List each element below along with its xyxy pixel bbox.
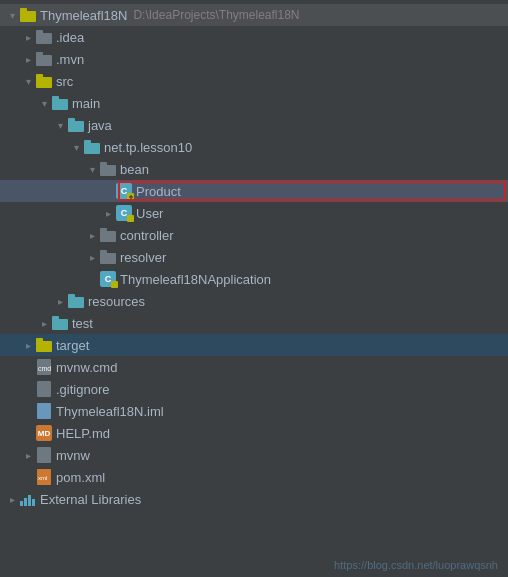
controller-label: controller [120,228,173,243]
svg-rect-0 [20,11,36,22]
tree-row-java[interactable]: java [0,114,508,136]
tree-row-bean[interactable]: bean [0,158,508,180]
arrow-root [4,7,20,23]
folder-icon-java [68,117,84,133]
file-icon-pom: xml [36,469,52,485]
badge-product [127,193,134,200]
tree-row-product[interactable]: C Product [0,180,508,202]
pom-label: pom.xml [56,470,105,485]
tree-row-main[interactable]: main [0,92,508,114]
arrow-mvnwcmd [20,359,36,375]
watermark: https://blog.csdn.net/luoprawqsnh [334,559,498,571]
svg-rect-8 [52,99,68,110]
tree-row-user[interactable]: C User [0,202,508,224]
bean-label: bean [120,162,149,177]
file-icon-iml [36,403,52,419]
tree-row-mvnw[interactable]: mvnw [0,444,508,466]
tree-row-mvn[interactable]: .mvn [0,48,508,70]
tree-row-iml[interactable]: Thymeleafl18N.iml [0,400,508,422]
arrow-idea [20,29,36,45]
target-label: target [56,338,89,353]
file-icon-mvnw [36,447,52,463]
tree-row-target[interactable]: target [0,334,508,356]
class-icon-user: C [116,205,132,221]
svg-rect-13 [84,140,91,144]
folder-icon-root [20,7,36,23]
svg-rect-18 [100,231,116,242]
file-icon-mvnwcmd: cmd [36,359,52,375]
main-label: main [72,96,100,111]
class-icon-product: C [116,183,132,199]
tree-row-extlibs[interactable]: External Libraries [0,488,508,510]
svg-rect-4 [36,55,52,66]
class-icon-app: C [100,271,116,287]
arrow-resources [52,293,68,309]
svg-rect-32 [37,447,51,463]
resources-label: resources [88,294,145,309]
tree-row-test[interactable]: test [0,312,508,334]
tree-row-net[interactable]: net.tp.lesson10 [0,136,508,158]
tree-row-resolver[interactable]: resolver [0,246,508,268]
svg-rect-24 [52,319,68,330]
arrow-extlibs [4,491,20,507]
folder-icon-src [36,73,52,89]
bar-chart-icon [20,491,36,507]
arrow-mvnw [20,447,36,463]
test-label: test [72,316,93,331]
java-label: java [88,118,112,133]
arrow-controller [84,227,100,243]
svg-rect-23 [68,294,75,298]
app-label: Thymeleafl18NApplication [120,272,271,287]
user-label: User [136,206,163,221]
arrow-app [84,271,100,287]
arrow-resolver [84,249,100,265]
idea-label: .idea [56,30,84,45]
folder-icon-target [36,337,52,353]
svg-rect-15 [100,162,107,166]
arrow-user [100,205,116,221]
svg-rect-5 [36,52,43,56]
folder-icon-main [52,95,68,111]
svg-rect-26 [36,341,52,352]
svg-rect-14 [100,165,116,176]
svg-rect-19 [100,228,107,232]
extlibs-label: External Libraries [40,492,141,507]
root-label: Thymeleafl18N [40,8,127,23]
svg-rect-20 [100,253,116,264]
tree-row-app[interactable]: C Thymeleafl18NApplication [0,268,508,290]
folder-icon-bean [100,161,116,177]
svg-rect-6 [36,77,52,88]
tree-row-pom[interactable]: xml pom.xml [0,466,508,488]
arrow-java [52,117,68,133]
arrow-test [36,315,52,331]
svg-rect-10 [68,121,84,132]
help-label: HELP.md [56,426,110,441]
tree-row-help[interactable]: MD HELP.md [0,422,508,444]
svg-rect-25 [52,316,59,320]
tree-row-gitignore[interactable]: .gitignore [0,378,508,400]
tree-row-mvnwcmd[interactable]: cmd mvnw.cmd [0,356,508,378]
svg-text:xml: xml [38,475,47,481]
project-tree: Thymeleafl18N D:\IdeaProjects\Thymeleafl… [0,0,508,577]
tree-row-resources[interactable]: resources [0,290,508,312]
tree-row-root[interactable]: Thymeleafl18N D:\IdeaProjects\Thymeleafl… [0,4,508,26]
resolver-label: resolver [120,250,166,265]
svg-rect-3 [36,30,43,34]
folder-icon-resources [68,293,84,309]
folder-icon-idea [36,29,52,45]
arrow-bean [84,161,100,177]
root-path: D:\IdeaProjects\Thymeleafl18N [133,8,299,22]
folder-icon-resolver [100,249,116,265]
tree-row-src[interactable]: src [0,70,508,92]
tree-row-idea[interactable]: .idea [0,26,508,48]
gitignore-label: .gitignore [56,382,109,397]
svg-rect-9 [52,96,59,100]
tree-row-controller[interactable]: controller [0,224,508,246]
arrow-main [36,95,52,111]
folder-icon-mvn [36,51,52,67]
badge-user [127,215,134,222]
net-label: net.tp.lesson10 [104,140,192,155]
arrow-product [100,183,116,199]
svg-rect-27 [36,338,43,342]
svg-rect-21 [100,250,107,254]
